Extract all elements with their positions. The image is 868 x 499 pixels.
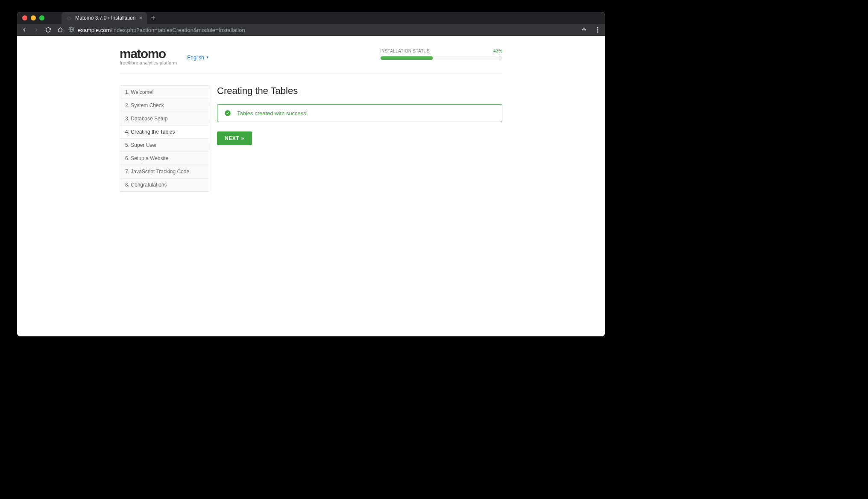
svg-rect-3 [583,28,585,29]
home-button[interactable] [56,26,64,34]
url-field[interactable]: example.com/index.php?action=tablesCreat… [68,26,576,34]
tagline: free/libre analytics platform [120,60,177,65]
language-selector[interactable]: English ▼ [187,55,209,61]
main-panel: Creating the Tables Tables created with … [217,85,502,145]
svg-rect-1 [582,29,584,30]
svg-rect-2 [584,29,586,30]
step-item-8[interactable]: 8. Congratulations [120,178,209,191]
step-item-5[interactable]: 5. Super User [120,139,209,152]
step-item-1[interactable]: 1. Welcome! [120,86,209,99]
forward-button[interactable] [32,26,40,34]
step-item-3[interactable]: 3. Database Setup [120,112,209,125]
url-path: /index.php?action=tablesCreation&module=… [111,27,245,33]
step-item-6[interactable]: 6. Setup a Website [120,152,209,165]
address-bar: example.com/index.php?action=tablesCreat… [17,24,605,36]
tab-title: Matomo 3.7.0 › Installation [75,15,135,21]
step-item-4[interactable]: 4. Creating the Tables [120,125,209,139]
chevron-down-icon: ▼ [206,55,209,59]
favicon-icon: ◌ [66,15,72,21]
page-header: matomo free/libre analytics platform Eng… [120,48,502,73]
progress-bar [380,56,502,60]
menu-button[interactable] [594,26,601,34]
raquo-icon: » [241,135,244,141]
next-button[interactable]: NEXT» [217,131,252,145]
minimize-window-icon[interactable] [31,15,36,20]
close-window-icon[interactable] [22,15,27,20]
page-content: matomo free/libre analytics platform Eng… [17,36,605,336]
tab-close-icon[interactable]: × [139,15,142,21]
svg-point-4 [597,27,598,28]
steps-sidebar: 1. Welcome!2. System Check3. Database Se… [120,85,209,192]
success-message: Tables created with success! [237,110,308,117]
status-label: INSTALLATION STATUS [380,49,430,53]
browser-window: ◌ Matomo 3.7.0 › Installation × + exampl… [17,12,605,336]
new-tab-button[interactable]: + [151,14,156,23]
site-info-icon[interactable] [68,26,74,34]
check-badge-icon [224,110,231,117]
logo-text: matomo [120,48,177,59]
window-controls [22,15,44,20]
success-alert: Tables created with success! [217,104,502,122]
brand: matomo free/libre analytics platform [120,48,177,65]
progress-fill [381,56,433,60]
svg-point-6 [597,31,598,32]
titlebar: ◌ Matomo 3.7.0 › Installation × + [17,12,605,24]
installation-status: INSTALLATION STATUS 43% [380,49,502,60]
step-item-2[interactable]: 2. System Check [120,99,209,112]
step-item-7[interactable]: 7. JavaScript Tracking Code [120,165,209,178]
reload-button[interactable] [44,26,52,34]
next-button-label: NEXT [225,135,239,141]
back-button[interactable] [21,26,28,34]
maximize-window-icon[interactable] [39,15,44,20]
language-label: English [187,55,204,61]
status-percent: 43% [493,49,502,53]
browser-tab[interactable]: ◌ Matomo 3.7.0 › Installation × [62,12,147,24]
url-host: example.com [78,27,111,33]
svg-point-5 [597,29,598,30]
toggle-icon[interactable] [580,26,588,34]
page-title: Creating the Tables [217,85,502,96]
